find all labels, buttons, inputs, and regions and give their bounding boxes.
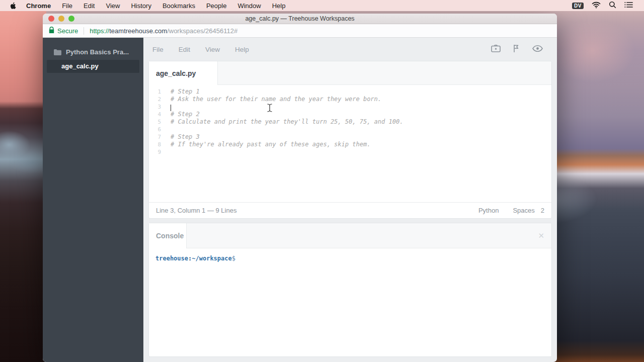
url-separator xyxy=(84,27,84,35)
line-number: 3 xyxy=(149,103,161,111)
window-title: age_calc.py — Treehouse Workspaces xyxy=(43,14,557,24)
lock-icon xyxy=(49,27,54,35)
workspace-content: Python Basics Pra... age_calc.py FileEdi… xyxy=(43,38,557,362)
file-sidebar: Python Basics Pra... age_calc.py xyxy=(43,38,143,362)
project-name: Python Basics Pra... xyxy=(66,48,129,56)
cursor-position-label: Line 3, Column 1 — 9 Lines xyxy=(156,207,236,214)
menu-status-icons: DV xyxy=(572,1,644,10)
prompt-symbol: $ xyxy=(232,255,235,262)
line-text: # Step 1 xyxy=(171,88,200,96)
language-indicator[interactable]: Python xyxy=(478,207,499,214)
browser-url-bar[interactable]: Secure https://teamtreehouse.com/workspa… xyxy=(43,24,557,38)
minimize-window-button[interactable] xyxy=(58,16,64,22)
line-number: 6 xyxy=(149,126,161,133)
snapshot-camera-icon[interactable] xyxy=(491,45,501,54)
line-text: # Step 2 xyxy=(171,111,200,118)
notification-center-icon[interactable] xyxy=(624,2,633,10)
spotlight-search-icon[interactable] xyxy=(609,1,616,10)
code-editor[interactable]: 1 # Step 1 2 # Ask the user for their na… xyxy=(149,85,551,202)
line-number: 9 xyxy=(149,148,161,156)
folder-icon xyxy=(54,49,61,55)
text-caret xyxy=(171,105,171,111)
line-number: 1 xyxy=(149,88,161,96)
editor-tab-age-calc[interactable]: age_calc.py xyxy=(149,61,218,85)
browser-title-bar[interactable]: age_calc.py — Treehouse Workspaces xyxy=(43,14,557,24)
editor-panel: age_calc.py 1 # Step 1 2 # Ask xyxy=(148,61,552,219)
workspace-menu-item[interactable]: File xyxy=(152,46,164,53)
code-line: 2 # Ask the user for their name and the … xyxy=(149,96,551,103)
code-line: 8 # If they're already past any of these… xyxy=(149,141,551,148)
preview-eye-icon[interactable] xyxy=(532,45,543,54)
menu-item[interactable]: People xyxy=(206,2,226,10)
code-line: 4 # Step 2 xyxy=(149,111,551,118)
workspace-menu-item[interactable]: View xyxy=(205,46,220,53)
workspace-menu-item[interactable]: Help xyxy=(235,46,249,53)
console-tab-bar: Console ✕ xyxy=(149,223,551,248)
menu-item[interactable]: Edit xyxy=(84,2,95,10)
console-terminal[interactable]: treehouse:~/workspace$ xyxy=(149,248,551,356)
desktop-wallpaper-left xyxy=(0,0,46,362)
line-number: 4 xyxy=(149,111,161,118)
menu-item[interactable]: Bookmarks xyxy=(163,2,195,10)
code-line: 7 # Step 3 xyxy=(149,133,551,141)
indent-type-indicator[interactable]: Spaces xyxy=(513,207,534,214)
line-number: 2 xyxy=(149,96,161,103)
menu-item[interactable]: Window xyxy=(237,2,261,10)
prompt-user: treehouse xyxy=(155,255,188,262)
line-number: 5 xyxy=(149,118,161,126)
line-number: 8 xyxy=(149,141,161,148)
workspace-menu-item[interactable]: Edit xyxy=(179,46,190,53)
menu-item[interactable]: File xyxy=(62,2,72,10)
workspace-main: FileEditViewHelp xyxy=(143,38,557,362)
zoom-window-button[interactable] xyxy=(68,16,74,22)
window-controls xyxy=(48,16,74,22)
screen: Chrome FileEditViewHistoryBookmarksPeopl… xyxy=(0,0,644,362)
macos-menu-bar: Chrome FileEditViewHistoryBookmarksPeopl… xyxy=(0,0,644,11)
console-tab[interactable]: Console xyxy=(149,223,187,248)
menu-items: FileEditViewHistoryBookmarksPeopleWindow… xyxy=(62,2,285,10)
fork-flag-icon[interactable] xyxy=(513,44,520,55)
prompt-path: ~/workspace xyxy=(192,255,231,262)
workspace-toolbar: FileEditViewHelp xyxy=(148,38,552,61)
line-text: # Ask the user for their name and the ye… xyxy=(171,96,381,103)
menu-item[interactable]: View xyxy=(106,2,120,10)
dv-badge[interactable]: DV xyxy=(572,3,584,9)
editor-status-bar: Line 3, Column 1 — 9 Lines Python Spaces… xyxy=(149,202,551,218)
code-line: 3 xyxy=(149,103,551,111)
menu-item[interactable]: History xyxy=(131,2,151,10)
url-path: /workspaces/26456112# xyxy=(167,27,237,35)
line-text: # Calculate and print the year they'll t… xyxy=(171,118,403,126)
line-number: 7 xyxy=(149,133,161,141)
menu-app-name[interactable]: Chrome xyxy=(26,2,51,10)
code-line: 6 xyxy=(149,126,551,133)
workspace-menus: FileEditViewHelp xyxy=(152,46,249,53)
wifi-icon[interactable] xyxy=(592,2,601,10)
console-close-icon[interactable]: ✕ xyxy=(538,231,544,240)
menu-item[interactable]: Help xyxy=(272,2,286,10)
code-line: 1 # Step 1 xyxy=(149,88,551,96)
sidebar-file-age-calc[interactable]: age_calc.py xyxy=(47,60,139,73)
sidebar-project[interactable]: Python Basics Pra... xyxy=(43,45,143,59)
console-panel: Console ✕ treehouse:~/workspace$ xyxy=(148,223,552,357)
line-text: # Step 3 xyxy=(171,133,200,141)
line-text: # If they're already past any of these a… xyxy=(171,141,370,148)
close-window-button[interactable] xyxy=(48,16,54,22)
workspace-toolbar-icons xyxy=(491,44,548,55)
code-line: 9 xyxy=(149,148,551,156)
browser-window: age_calc.py — Treehouse Workspaces Secur… xyxy=(43,14,557,362)
editor-tab-bar: age_calc.py xyxy=(149,61,551,85)
url-scheme: https:// xyxy=(90,27,109,35)
apple-icon[interactable] xyxy=(10,2,16,10)
url-text[interactable]: https://teamtreehouse.com/workspaces/264… xyxy=(90,27,237,35)
code-line: 5 # Calculate and print the year they'll… xyxy=(149,118,551,126)
url-domain: teamtreehouse.com xyxy=(109,27,167,35)
indent-size-indicator[interactable]: 2 xyxy=(541,207,544,214)
secure-label: Secure xyxy=(57,27,78,35)
